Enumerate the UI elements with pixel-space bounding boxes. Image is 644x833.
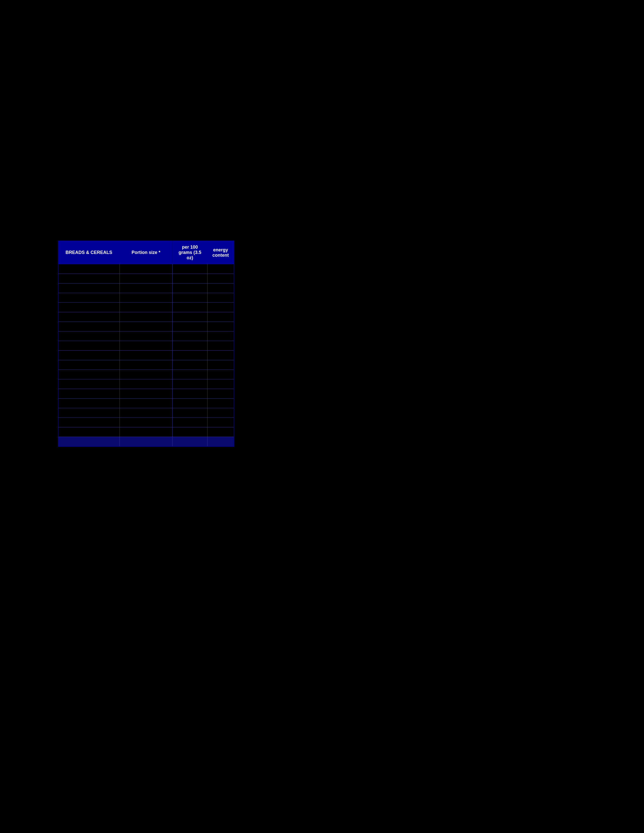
table-row xyxy=(58,283,234,293)
cell-col3 xyxy=(172,389,207,399)
cell-col4 xyxy=(208,380,234,389)
cell-col4 xyxy=(208,370,234,380)
cell-col3 xyxy=(172,264,207,274)
cell-col2 xyxy=(120,331,172,341)
cell-col2 xyxy=(120,312,172,322)
table-row xyxy=(58,418,234,427)
cell-col2 xyxy=(120,437,172,447)
cell-col1 xyxy=(58,399,120,408)
cell-col4 xyxy=(208,399,234,408)
cell-col1 xyxy=(58,303,120,312)
cell-col2 xyxy=(120,360,172,370)
cell-col2 xyxy=(120,380,172,389)
cell-col1 xyxy=(58,360,120,370)
cell-col1 xyxy=(58,351,120,360)
table-row xyxy=(58,427,234,437)
cell-col2 xyxy=(120,274,172,283)
cell-col1 xyxy=(58,389,120,399)
cell-col2 xyxy=(120,408,172,418)
cell-col2 xyxy=(120,418,172,427)
cell-col1 xyxy=(58,418,120,427)
table-row xyxy=(58,437,234,447)
cell-col3 xyxy=(172,380,207,389)
table-row xyxy=(58,293,234,303)
cell-col3 xyxy=(172,303,207,312)
cell-col1 xyxy=(58,274,120,283)
cell-col4 xyxy=(208,303,234,312)
cell-col3 xyxy=(172,437,207,447)
cell-col4 xyxy=(208,283,234,293)
breads-cereals-table: BREADS & CEREALS Portion size * per 100 … xyxy=(58,241,234,447)
cell-col4 xyxy=(208,341,234,351)
cell-col3 xyxy=(172,341,207,351)
cell-col1 xyxy=(58,312,120,322)
table-row xyxy=(58,389,234,399)
cell-col3 xyxy=(172,322,207,331)
cell-col1 xyxy=(58,370,120,380)
cell-col1 xyxy=(58,293,120,303)
table-row xyxy=(58,380,234,389)
table-row xyxy=(58,370,234,380)
table-row xyxy=(58,322,234,331)
cell-col4 xyxy=(208,293,234,303)
table-row xyxy=(58,331,234,341)
cell-col1 xyxy=(58,341,120,351)
table-row xyxy=(58,303,234,312)
table-row xyxy=(58,341,234,351)
table-row xyxy=(58,351,234,360)
cell-col1 xyxy=(58,322,120,331)
cell-col3 xyxy=(172,399,207,408)
cell-col2 xyxy=(120,351,172,360)
cell-col3 xyxy=(172,360,207,370)
cell-col3 xyxy=(172,408,207,418)
cell-col4 xyxy=(208,274,234,283)
cell-col4 xyxy=(208,351,234,360)
cell-col1 xyxy=(58,331,120,341)
cell-col4 xyxy=(208,322,234,331)
cell-col2 xyxy=(120,264,172,274)
cell-col1 xyxy=(58,264,120,274)
cell-col4 xyxy=(208,418,234,427)
cell-col3 xyxy=(172,427,207,437)
cell-col2 xyxy=(120,341,172,351)
cell-col3 xyxy=(172,370,207,380)
table-header-row: BREADS & CEREALS Portion size * per 100 … xyxy=(58,241,234,264)
cell-col3 xyxy=(172,312,207,322)
cell-col4 xyxy=(208,264,234,274)
header-food: BREADS & CEREALS xyxy=(58,241,120,264)
header-portion: Portion size * xyxy=(120,241,172,264)
table-row xyxy=(58,360,234,370)
cell-col3 xyxy=(172,274,207,283)
cell-col4 xyxy=(208,427,234,437)
cell-col4 xyxy=(208,408,234,418)
cell-col2 xyxy=(120,283,172,293)
cell-col3 xyxy=(172,418,207,427)
table-row xyxy=(58,399,234,408)
cell-col2 xyxy=(120,389,172,399)
cell-col1 xyxy=(58,283,120,293)
cell-col3 xyxy=(172,351,207,360)
cell-col1 xyxy=(58,408,120,418)
cell-col3 xyxy=(172,331,207,341)
cell-col3 xyxy=(172,293,207,303)
cell-col1 xyxy=(58,437,120,447)
cell-col2 xyxy=(120,303,172,312)
cell-col2 xyxy=(120,399,172,408)
table-row xyxy=(58,274,234,283)
table-row xyxy=(58,408,234,418)
cell-col2 xyxy=(120,293,172,303)
cell-col4 xyxy=(208,389,234,399)
cell-col4 xyxy=(208,331,234,341)
cell-col2 xyxy=(120,427,172,437)
cell-col2 xyxy=(120,322,172,331)
header-per100g: per 100 grams (3.5 oz) xyxy=(172,241,207,264)
cell-col1 xyxy=(58,427,120,437)
cell-col4 xyxy=(208,312,234,322)
cell-col2 xyxy=(120,370,172,380)
cell-col4 xyxy=(208,360,234,370)
table-row xyxy=(58,264,234,274)
cell-col1 xyxy=(58,380,120,389)
cell-col3 xyxy=(172,283,207,293)
header-energy: energy content xyxy=(208,241,234,264)
cell-col4 xyxy=(208,437,234,447)
